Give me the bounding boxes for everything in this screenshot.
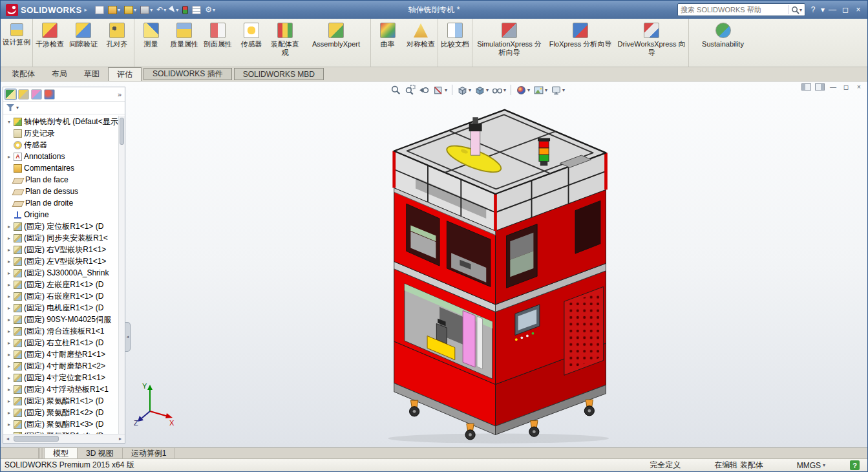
assembly-model[interactable] bbox=[379, 101, 624, 447]
tree-item[interactable]: ▸ (固定) 4寸定位套R1<1> bbox=[3, 372, 118, 383]
tree-item[interactable]: ▸ (固定) 4寸浮动垫板R1<1 bbox=[3, 383, 118, 395]
units-selector[interactable]: MMGS ▾ bbox=[797, 461, 825, 470]
dropdown-icon[interactable]: ▾ bbox=[527, 87, 530, 93]
menu-expand-icon[interactable]: ▸ bbox=[85, 6, 88, 13]
tree-vertical-scrollbar[interactable] bbox=[118, 116, 125, 434]
document-tab[interactable]: 模型 bbox=[45, 448, 78, 458]
dropdown-icon[interactable]: ▾ bbox=[486, 87, 489, 93]
design-study-button[interactable]: 设计算例 bbox=[1, 19, 33, 67]
maximize-button[interactable]: ◻ bbox=[839, 5, 852, 14]
propertymanager-tab-icon[interactable] bbox=[18, 89, 29, 100]
tree-expand-icon[interactable]: ▸ bbox=[6, 282, 12, 288]
open-button[interactable]: ▾ bbox=[108, 6, 120, 14]
zoom-to-fit-icon[interactable] bbox=[390, 84, 402, 96]
minimize-button[interactable]: — bbox=[826, 5, 839, 14]
tree-item[interactable]: Commentaires bbox=[3, 162, 118, 174]
tree-item[interactable]: ▸ (固定) 左嵌座R1<1> (D bbox=[3, 279, 118, 290]
scrollbar-thumb[interactable] bbox=[120, 118, 124, 145]
ribbon-button[interactable]: 质量属性 bbox=[167, 19, 201, 67]
ribbon-button[interactable]: 传感器 bbox=[235, 19, 268, 67]
tree-expand-icon[interactable]: ▸ bbox=[6, 305, 12, 311]
tree-item[interactable]: ▸ (固定) 聚氨酯R1<2> (D bbox=[3, 407, 118, 418]
tree-item[interactable]: Plan de dessus bbox=[3, 186, 118, 197]
view-settings-icon[interactable]: ▾ bbox=[550, 84, 566, 96]
tree-expand-icon[interactable]: ▸ bbox=[6, 398, 12, 404]
ribbon-button[interactable]: 测量 bbox=[134, 19, 167, 67]
pane-right-icon[interactable] bbox=[815, 83, 825, 91]
ribbon-button[interactable]: 间隙验证 bbox=[67, 19, 100, 67]
tree-expand-icon[interactable]: ▸ bbox=[6, 363, 12, 369]
dropdown-icon[interactable]: ▾ bbox=[469, 87, 471, 93]
save-button[interactable]: ▾ bbox=[124, 6, 136, 14]
tree-item[interactable]: ▸ (固定) 定位板R1<1> (D bbox=[3, 220, 118, 232]
tree-item[interactable]: ▸ (固定) 滑台连接板R1<1 bbox=[3, 325, 118, 337]
options-button[interactable]: ⚙▾ bbox=[205, 6, 215, 14]
tree-expand-icon[interactable]: ▸ bbox=[6, 270, 12, 276]
display-style-icon[interactable]: ▾ bbox=[474, 84, 489, 96]
tree-expand-icon[interactable]: ▸ bbox=[6, 247, 12, 253]
tree-expand-icon[interactable]: ▸ bbox=[6, 259, 12, 264]
apply-scene-icon[interactable]: ▾ bbox=[533, 84, 548, 96]
search-dropdown-icon[interactable]: ▾ bbox=[799, 7, 802, 13]
scrollbar-track[interactable] bbox=[12, 434, 116, 443]
hide-show-items-icon[interactable]: ▾ bbox=[491, 84, 507, 96]
print-button[interactable]: ▾ bbox=[140, 6, 153, 14]
command-tab[interactable]: 评估 bbox=[108, 67, 142, 81]
options-dropdown-icon[interactable]: ▾ bbox=[213, 7, 215, 13]
command-tab[interactable]: 装配体 bbox=[3, 67, 43, 81]
tree-item[interactable]: ▸ (固定) 聚氨酯R1<1> (D bbox=[3, 395, 118, 407]
ribbon-button[interactable]: SimulationXpress 分析向导 bbox=[472, 19, 546, 67]
scroll-right-icon[interactable]: ▸ bbox=[116, 436, 125, 442]
tree-item[interactable]: ▸ (固定) 左V型嵌块R1<1> bbox=[3, 255, 118, 267]
editing-status[interactable]: 在编辑 装配体 bbox=[714, 460, 763, 471]
tree-horizontal-scrollbar[interactable]: ◂ ▸ bbox=[3, 434, 125, 443]
rebuild-button[interactable] bbox=[182, 6, 188, 14]
panel-splitter-handle[interactable]: ◂ bbox=[125, 322, 131, 352]
tree-item[interactable]: ▸ (固定) 4寸耐磨垫R1<1> bbox=[3, 349, 118, 360]
help-status-icon[interactable]: ? bbox=[850, 460, 860, 470]
ribbon-button[interactable]: AssemblyXpert bbox=[302, 19, 370, 67]
tree-expand-icon[interactable]: ▸ bbox=[6, 224, 12, 230]
panel-tabs-overflow-icon[interactable]: » bbox=[118, 91, 123, 98]
tree-expand-icon[interactable]: ▸ bbox=[6, 235, 12, 241]
filter-icon[interactable] bbox=[6, 104, 14, 111]
save-dropdown-icon[interactable]: ▾ bbox=[134, 7, 136, 13]
undo-button[interactable]: ↶▾ bbox=[156, 6, 166, 14]
ribbon-button[interactable]: 曲率 bbox=[370, 19, 404, 67]
command-tab[interactable]: SOLIDWORKS MBD bbox=[234, 68, 324, 80]
pane-left-icon[interactable] bbox=[801, 83, 811, 91]
ribbon-button[interactable]: FloXpress 分析向导 bbox=[546, 19, 615, 67]
dropdown-icon[interactable]: ▾ bbox=[545, 87, 547, 93]
displaymanager-tab-icon[interactable] bbox=[44, 89, 55, 100]
new-document-button[interactable] bbox=[95, 6, 104, 14]
tree-item[interactable]: ▸ (固定) 4寸耐磨垫R1<2> bbox=[3, 360, 118, 372]
edit-appearance-icon[interactable]: ▾ bbox=[515, 84, 531, 96]
dropdown-icon[interactable]: ▾ bbox=[503, 87, 506, 93]
ribbon-button[interactable]: 孔对齐 bbox=[100, 19, 134, 67]
ribbon-button[interactable]: 剖面属性 bbox=[201, 19, 235, 67]
tree-item[interactable]: ▸ Annotations bbox=[3, 151, 118, 162]
search-input[interactable] bbox=[681, 6, 787, 14]
open-dropdown-icon[interactable]: ▾ bbox=[118, 7, 120, 13]
tab-splitter-handle[interactable] bbox=[38, 448, 45, 458]
tree-item[interactable]: ▸ (固定) SJ30000A_Shrink bbox=[3, 267, 118, 279]
tree-item[interactable]: ▸ (固定) 右立柱R1<1> (D bbox=[3, 337, 118, 349]
configurationmanager-tab-icon[interactable] bbox=[31, 89, 42, 100]
doc-minimize-icon[interactable]: — bbox=[829, 83, 838, 91]
tree-item[interactable]: ▸ (固定) 90SY-M04025伺服 bbox=[3, 314, 118, 325]
tree-item[interactable]: ▸ (固定) 右V型嵌块R1<1> bbox=[3, 244, 118, 255]
tree-expand-icon[interactable]: ▸ bbox=[6, 154, 12, 160]
print-dropdown-icon[interactable]: ▾ bbox=[150, 7, 153, 13]
file-properties-button[interactable] bbox=[192, 6, 201, 14]
tree-expand-icon[interactable]: ▸ bbox=[6, 375, 12, 381]
tree-item[interactable]: ▸ (固定) 同步夹安装板R1< bbox=[3, 232, 118, 244]
tree-expand-icon[interactable]: ▸ bbox=[6, 328, 12, 334]
graphics-area[interactable]: ▾ ▾ ▾ ▾ ▾ ▾ ▾ — ◻ × bbox=[1, 81, 867, 447]
search-icon[interactable] bbox=[791, 6, 799, 14]
tree-expand-icon[interactable]: ▸ bbox=[6, 422, 12, 427]
document-tab[interactable]: 3D 视图 bbox=[78, 448, 123, 458]
tree-item[interactable]: Plan de droite bbox=[3, 197, 118, 209]
undo-dropdown-icon[interactable]: ▾ bbox=[164, 7, 166, 13]
tree-expand-icon[interactable]: ▸ bbox=[6, 387, 12, 392]
filter-dropdown-icon[interactable]: ▾ bbox=[16, 105, 19, 111]
